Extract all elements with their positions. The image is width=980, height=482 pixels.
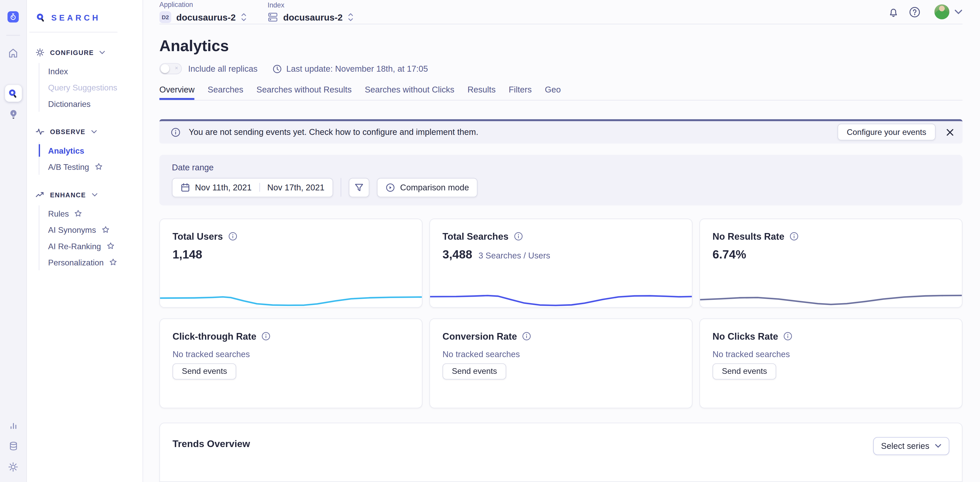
index-selector[interactable]: Index docusaurus-2 <box>267 1 354 22</box>
select-series-button[interactable]: Select series <box>873 437 950 455</box>
section-label: OBSERVE <box>50 128 85 135</box>
home-icon[interactable] <box>8 48 18 58</box>
section-label: ENHANCE <box>50 191 86 198</box>
empty-message: No tracked searches <box>713 349 950 359</box>
send-events-button[interactable]: Send events <box>713 363 776 379</box>
section-enhance-header[interactable]: ENHANCE <box>27 190 143 200</box>
app: SEARCH CONFIGURE Index Query Suggestions… <box>0 0 980 482</box>
account-chevron-icon[interactable] <box>954 10 963 14</box>
trending-up-icon <box>36 190 45 199</box>
application-label: Application <box>159 1 247 8</box>
info-icon[interactable] <box>789 231 799 241</box>
database-icon[interactable] <box>8 441 18 451</box>
card-value: 3,488 <box>442 248 472 261</box>
toggle-row: × Include all replicas Last update: Nove… <box>159 63 963 75</box>
sidebar-item-query-suggestions[interactable]: Query Suggestions <box>48 79 143 95</box>
include-replicas-toggle[interactable]: × <box>159 63 182 75</box>
calendar-icon <box>181 183 190 192</box>
date-range-panel: Date range Nov 11th, 2021 Nov 17th, 2021… <box>159 154 963 205</box>
comparison-mode-label: Comparison mode <box>400 183 469 192</box>
section-enhance: ENHANCE Rules AI Synonyms AI Re-Ranking … <box>27 190 143 270</box>
filter-button[interactable] <box>349 178 369 197</box>
section-observe: OBSERVE Analytics A/B Testing <box>27 127 143 175</box>
card-click-through-rate: Click-through Rate No tracked searches S… <box>159 318 423 408</box>
card-no-results-rate: No Results Rate 6.74% <box>699 218 963 307</box>
sidebar-item-ai-synonyms[interactable]: AI Synonyms <box>48 222 143 238</box>
info-icon[interactable] <box>228 231 237 241</box>
play-circle-icon <box>386 183 395 192</box>
info-icon[interactable] <box>522 331 531 341</box>
date-start: Nov 11th, 2021 <box>195 183 251 192</box>
tab-geo[interactable]: Geo <box>545 85 561 100</box>
tab-overview[interactable]: Overview <box>159 85 195 100</box>
card-title: Click-through Rate <box>173 331 256 341</box>
sidebar-item-ai-re-ranking[interactable]: AI Re-Ranking <box>48 238 143 254</box>
usage-chart-icon[interactable] <box>8 421 18 430</box>
no-results-rate-sparkline <box>700 282 962 307</box>
recommend-icon[interactable] <box>8 109 18 120</box>
sidebar-item-analytics[interactable]: Analytics <box>48 142 143 159</box>
send-events-button[interactable]: Send events <box>173 363 237 379</box>
avatar[interactable] <box>934 4 950 19</box>
info-icon[interactable] <box>514 231 523 241</box>
brand-name: SEARCH <box>51 13 100 22</box>
sidebar-item-ab-testing[interactable]: A/B Testing <box>48 159 143 175</box>
rail-divider <box>6 35 20 35</box>
card-no-clicks-rate: No Clicks Rate No tracked searches Send … <box>699 318 963 408</box>
star-icon <box>95 163 102 170</box>
card-value: 6.74% <box>713 248 746 261</box>
section-observe-header[interactable]: OBSERVE <box>27 127 143 137</box>
sidebar-item-personalization[interactable]: Personalization <box>48 254 143 270</box>
chevron-down-icon <box>100 51 105 54</box>
info-icon <box>170 127 181 137</box>
last-update: Last update: November 18th, at 17:05 <box>286 64 428 73</box>
sort-chevrons-icon <box>347 13 354 22</box>
section-configure-header[interactable]: CONFIGURE <box>27 48 143 57</box>
card-title: No Clicks Rate <box>713 331 778 341</box>
tabs: Overview Searches Searches without Resul… <box>159 85 963 101</box>
tab-searches-without-clicks[interactable]: Searches without Clicks <box>365 85 454 100</box>
comparison-mode-button[interactable]: Comparison mode <box>377 178 478 197</box>
algolia-logo[interactable] <box>8 11 19 22</box>
sidebar-item-index[interactable]: Index <box>48 63 143 79</box>
tab-searches-without-results[interactable]: Searches without Results <box>256 85 352 100</box>
index-label: Index <box>267 1 354 9</box>
include-replicas-label: Include all replicas <box>188 64 258 73</box>
application-selector[interactable]: Application D2 docusaurus-2 <box>159 1 247 23</box>
close-icon[interactable] <box>946 128 954 136</box>
star-icon <box>107 242 114 250</box>
tab-filters[interactable]: Filters <box>509 85 532 100</box>
activity-icon <box>36 127 45 136</box>
icon-rail <box>0 0 27 482</box>
search-product-icon[interactable] <box>5 85 22 102</box>
magnifier-icon <box>36 13 46 22</box>
tab-results[interactable]: Results <box>468 85 495 100</box>
clock-icon <box>273 64 282 73</box>
card-title: Total Searches <box>442 231 509 241</box>
application-value: docusaurus-2 <box>176 12 235 22</box>
main: Application D2 docusaurus-2 Index docusa… <box>143 0 980 482</box>
card-title: Conversion Rate <box>442 331 517 341</box>
tab-searches[interactable]: Searches <box>208 85 243 100</box>
section-label: CONFIGURE <box>50 49 94 56</box>
sidebar: SEARCH CONFIGURE Index Query Suggestions… <box>27 0 143 482</box>
topbar: Application D2 docusaurus-2 Index docusa… <box>159 0 963 24</box>
sidebar-item-dictionaries[interactable]: Dictionaries <box>48 95 143 112</box>
info-icon[interactable] <box>783 331 792 341</box>
sidebar-item-rules[interactable]: Rules <box>48 205 143 222</box>
sidebar-divider <box>29 32 118 32</box>
events-banner: You are not sending events yet. Check ho… <box>159 119 963 143</box>
chevron-down-icon <box>935 444 941 448</box>
help-icon[interactable] <box>909 6 921 18</box>
star-icon <box>109 258 117 266</box>
card-total-users: Total Users 1,148 <box>159 218 423 307</box>
info-icon[interactable] <box>261 331 270 341</box>
search-brand: SEARCH <box>27 11 143 24</box>
notifications-bell-icon[interactable] <box>888 7 899 17</box>
send-events-button[interactable]: Send events <box>442 363 506 379</box>
date-range-picker[interactable]: Nov 11th, 2021 Nov 17th, 2021 <box>172 178 333 197</box>
card-title: No Results Rate <box>713 231 784 241</box>
settings-gear-icon[interactable] <box>8 462 18 472</box>
configure-events-button[interactable]: Configure your events <box>837 124 936 141</box>
application-badge: D2 <box>159 11 171 23</box>
